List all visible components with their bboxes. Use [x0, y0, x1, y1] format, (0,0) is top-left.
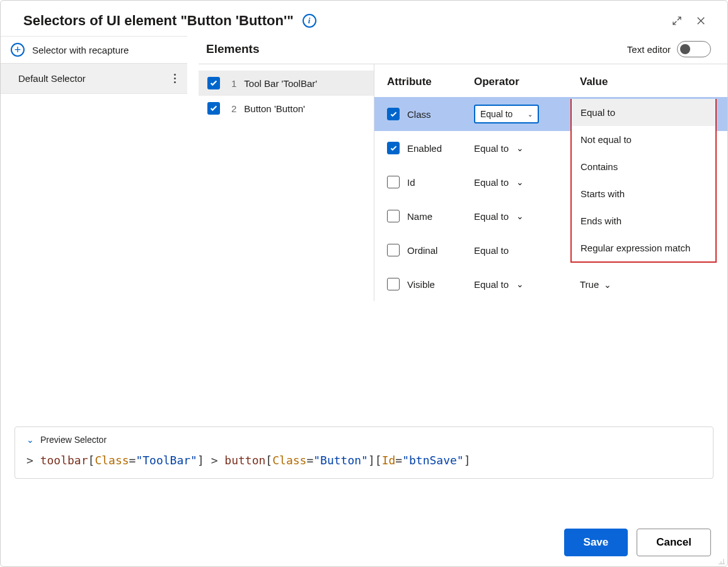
preview-label: Preview Selector: [40, 435, 107, 445]
attribute-name: Id: [407, 177, 415, 188]
attribute-checkbox[interactable]: [387, 176, 400, 188]
preview-selector-text: > toolbar[Class="ToolBar"] > button[Clas…: [26, 454, 702, 467]
dropdown-item[interactable]: Ends with: [572, 207, 715, 234]
dropdown-item[interactable]: Equal to: [572, 99, 715, 126]
operator-text: Equal to: [474, 143, 509, 154]
elements-header: Elements Text editor: [199, 36, 727, 64]
elements-title: Elements: [206, 42, 259, 56]
checkbox-icon[interactable]: [207, 77, 220, 89]
close-icon[interactable]: [692, 12, 710, 30]
element-row[interactable]: 2 Button 'Button': [199, 96, 374, 121]
sidebar: + Selector with recapture Default Select…: [1, 36, 187, 420]
attribute-checkbox[interactable]: [387, 108, 400, 120]
dropdown-item[interactable]: Starts with: [572, 180, 715, 207]
plus-circle-icon: +: [11, 43, 25, 57]
main-panel: Elements Text editor 1 Tool Bar 'ToolBar…: [187, 36, 727, 420]
element-label: Button 'Button': [244, 103, 305, 114]
operator-text: Equal to: [474, 245, 509, 256]
attribute-checkbox[interactable]: [387, 244, 400, 256]
dialog-body: + Selector with recapture Default Select…: [1, 36, 727, 420]
chevron-down-icon[interactable]: ⌄: [601, 280, 611, 290]
element-index: 2: [231, 103, 236, 114]
col-attribute: Attribute: [387, 76, 474, 88]
attribute-name: Ordinal: [407, 245, 437, 256]
preview-toggle[interactable]: ⌄ Preview Selector: [26, 435, 702, 445]
chevron-down-icon: ⌄: [26, 435, 34, 445]
info-icon[interactable]: i: [303, 14, 316, 28]
dropdown-item[interactable]: Regular expression match: [572, 234, 715, 261]
operator-select[interactable]: Equal to⌄: [474, 105, 539, 123]
attribute-name: Class: [407, 109, 431, 120]
attribute-checkbox[interactable]: [387, 210, 400, 222]
attribute-name: Name: [407, 211, 432, 222]
attribute-name: Enabled: [407, 143, 442, 154]
more-options-icon[interactable]: [171, 71, 178, 86]
cancel-button[interactable]: Cancel: [637, 529, 711, 556]
col-operator: Operator: [474, 76, 580, 88]
operator-text: Equal to: [474, 211, 509, 222]
attribute-checkbox[interactable]: [387, 278, 400, 290]
attribute-header: Attribute Operator Value: [374, 64, 727, 97]
operator-dropdown[interactable]: Equal to Not equal to Contains Starts wi…: [570, 99, 717, 263]
resize-grip-icon[interactable]: [717, 556, 726, 565]
col-value: Value: [580, 76, 715, 88]
expand-icon[interactable]: [668, 12, 686, 30]
selector-dialog: Selectors of UI element "Button 'Button'…: [0, 0, 728, 567]
dialog-footer: Save Cancel: [564, 529, 711, 556]
chevron-down-icon[interactable]: ⌄: [516, 211, 524, 221]
attribute-row: VisibleEqual to⌄True ⌄: [374, 267, 727, 301]
selector-item-default[interactable]: Default Selector: [1, 64, 187, 94]
text-editor-toggle-group: Text editor: [627, 41, 711, 57]
operator-text: Equal to: [474, 177, 509, 188]
dialog-header: Selectors of UI element "Button 'Button'…: [1, 1, 727, 36]
dialog-title: Selectors of UI element "Button 'Button'…: [23, 13, 294, 29]
dropdown-item[interactable]: Not equal to: [572, 126, 715, 153]
chevron-down-icon[interactable]: ⌄: [516, 143, 524, 153]
save-button[interactable]: Save: [564, 529, 628, 556]
attribute-name: Visible: [407, 279, 435, 290]
selector-item-label: Default Selector: [18, 73, 86, 84]
text-editor-label: Text editor: [627, 44, 671, 55]
checkbox-icon[interactable]: [207, 102, 220, 115]
preview-selector-panel: ⌄ Preview Selector > toolbar[Class="Tool…: [14, 427, 714, 479]
dropdown-item[interactable]: Contains: [572, 153, 715, 180]
element-index: 1: [231, 78, 236, 89]
attribute-value[interactable]: True ⌄: [580, 279, 715, 290]
elements-list: 1 Tool Bar 'ToolBar' 2 Button 'Button': [199, 64, 374, 301]
chevron-down-icon[interactable]: ⌄: [516, 177, 524, 187]
element-label: Tool Bar 'ToolBar': [244, 78, 317, 89]
attribute-checkbox[interactable]: [387, 142, 400, 154]
add-selector-label: Selector with recapture: [32, 45, 129, 55]
element-row[interactable]: 1 Tool Bar 'ToolBar': [199, 71, 374, 96]
chevron-down-icon[interactable]: ⌄: [516, 279, 524, 289]
text-editor-toggle[interactable]: [677, 41, 711, 57]
add-selector-button[interactable]: + Selector with recapture: [1, 37, 187, 64]
operator-text: Equal to: [474, 279, 509, 290]
